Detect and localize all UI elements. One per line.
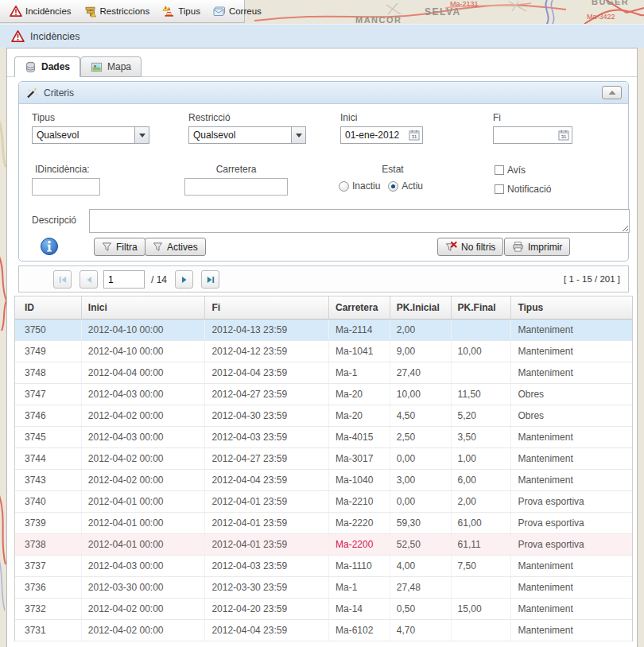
column-header-id[interactable]: ID <box>15 296 82 319</box>
estat-inactiu-label: Inactiu <box>352 180 380 192</box>
table-cell <box>452 320 512 340</box>
notificacio-label: Notificació <box>507 184 551 195</box>
table-cell: 2012-04-04 23:59 <box>205 362 329 383</box>
column-header-fi[interactable]: Fi <box>205 296 329 319</box>
traffic-cone-icon <box>162 5 175 17</box>
toolbar-item-restriccions[interactable]: Restriccions <box>80 2 155 20</box>
dropdown-arrow-icon[interactable] <box>291 127 305 143</box>
toolbar-item-correus[interactable]: Correus <box>208 2 266 20</box>
table-row[interactable]: 37482012-04-04 00:002012-04-04 23:59Ma-1… <box>15 362 632 384</box>
estat-radio-group: Inactiu Actiu <box>339 180 431 192</box>
table-cell: 3743 <box>15 470 82 490</box>
calendar-icon[interactable]: 31 <box>558 130 572 141</box>
carretera-input[interactable] <box>184 178 288 196</box>
criteria-title: Criteris <box>44 87 74 99</box>
idincidencia-input[interactable] <box>32 178 100 196</box>
tab-dades[interactable]: Dades <box>14 56 80 77</box>
actives-button-label: Actives <box>167 242 198 253</box>
table-cell: 2012-04-04 23:59 <box>205 470 329 490</box>
inici-date-value: 01-ene-2012 <box>341 130 409 141</box>
info-button[interactable] <box>40 237 59 256</box>
filtra-button[interactable]: Filtra <box>94 238 145 256</box>
table-row[interactable]: 37502012-04-10 00:002012-04-13 23:59Ma-2… <box>15 320 632 341</box>
table-cell: 59,30 <box>390 513 452 533</box>
table-cell: 3750 <box>15 320 82 340</box>
table-cell: 3738 <box>15 534 82 555</box>
tab-label: Dades <box>41 61 70 72</box>
notificacio-checkbox[interactable] <box>495 184 504 194</box>
table-row[interactable]: 37312012-04-02 00:002012-04-04 23:59Ma-6… <box>15 620 632 641</box>
svg-text:31: 31 <box>561 134 567 139</box>
table-row[interactable]: 37462012-04-02 00:002012-04-30 23:59Ma-2… <box>15 405 632 427</box>
last-page-button[interactable] <box>201 270 219 289</box>
table-cell: 61,00 <box>452 513 512 533</box>
calendar-icon[interactable]: 31 <box>409 130 422 141</box>
prev-page-button[interactable] <box>80 270 98 289</box>
page-input[interactable] <box>103 270 145 289</box>
notificacio-checkbox-row: Notificació <box>495 184 559 195</box>
table-cell: Ma-4015 <box>329 427 390 447</box>
table-cell: 2012-03-30 00:00 <box>82 577 206 598</box>
table-row[interactable]: 37372012-04-03 00:002012-04-03 23:59Ma-1… <box>15 556 632 577</box>
dropdown-arrow-icon[interactable] <box>134 127 149 143</box>
table-cell: Manteniment <box>511 599 632 619</box>
next-page-button[interactable] <box>175 270 193 289</box>
column-header-pk-final[interactable]: PK.Final <box>452 296 512 319</box>
table-row[interactable]: 37432012-04-02 00:002012-04-04 23:59Ma-1… <box>15 470 632 491</box>
table-row[interactable]: 37452012-04-03 00:002012-04-03 23:59Ma-4… <box>15 427 632 448</box>
restriccio-label: Restricció <box>188 112 231 123</box>
table-row[interactable]: 37472012-04-03 00:002012-04-27 23:59Ma-2… <box>15 384 632 405</box>
toolbar-item-tipus[interactable]: Tipus <box>157 2 205 20</box>
first-page-button[interactable] <box>53 270 72 289</box>
table-cell: Ma-1 <box>329 362 390 383</box>
table-row[interactable]: 37382012-04-01 00:002012-04-01 23:59Ma-2… <box>15 534 632 556</box>
no-filtris-button[interactable]: No filtris <box>437 238 503 256</box>
table-cell: 2012-04-10 00:00 <box>82 341 206 362</box>
column-header-inici[interactable]: Inici <box>82 296 206 319</box>
table-cell: Ma-2200 <box>329 534 390 555</box>
table-row[interactable]: 37402012-04-01 00:002012-04-01 23:59Ma-2… <box>15 491 632 513</box>
table-row[interactable]: 37362012-03-30 00:002012-03-30 23:59Ma-1… <box>15 577 632 599</box>
filter-icon <box>153 242 163 252</box>
table-cell: Manteniment <box>511 427 632 447</box>
actives-button[interactable]: Actives <box>145 238 206 256</box>
table-cell: 2012-04-02 00:00 <box>82 599 206 619</box>
table-cell: Ma-6102 <box>329 620 390 641</box>
toolbar-item-incidencies[interactable]: Incidències <box>5 2 76 20</box>
column-header-pk-inicial[interactable]: PK.Inicial <box>390 296 452 319</box>
tab-mapa[interactable]: Mapa <box>80 56 142 77</box>
inici-label: Inici <box>340 112 357 123</box>
printer-icon <box>512 241 524 253</box>
table-row[interactable]: 37392012-04-01 00:002012-04-01 23:59Ma-2… <box>15 513 632 534</box>
restriccio-select[interactable]: Qualsevol <box>188 126 306 144</box>
descripcio-textarea[interactable] <box>89 209 630 233</box>
table-row[interactable]: 37442012-04-02 00:002012-04-27 23:59Ma-3… <box>15 448 632 470</box>
database-icon <box>25 61 37 73</box>
table-cell: Ma-3017 <box>329 448 390 469</box>
table-cell: 3746 <box>15 405 82 426</box>
table-row[interactable]: 37492012-04-10 00:002012-04-12 23:59Ma-1… <box>15 341 632 362</box>
estat-actiu-radio[interactable] <box>388 181 398 192</box>
first-page-icon <box>59 276 67 284</box>
table-row[interactable]: 37322012-04-02 00:002012-04-20 23:59Ma-1… <box>15 599 632 620</box>
map-place-label: BUGER <box>592 0 629 6</box>
column-header-tipus[interactable]: Tipus <box>511 296 632 319</box>
column-header-carretera[interactable]: Carretera <box>329 296 390 319</box>
avis-checkbox[interactable] <box>495 165 504 175</box>
tipus-select[interactable]: Qualsevol <box>32 126 149 144</box>
inici-date-field[interactable]: 01-ene-2012 31 <box>340 126 423 144</box>
imprimir-button[interactable]: Imprimir <box>504 238 570 256</box>
table-cell: 2012-04-20 23:59 <box>205 599 329 619</box>
table-cell: Obres <box>511 405 632 426</box>
estat-inactiu-radio[interactable] <box>339 181 349 192</box>
map-road-label: Ma-2131 <box>450 0 479 8</box>
table-cell: 2012-03-30 23:59 <box>205 577 329 598</box>
collapse-button[interactable] <box>602 86 622 99</box>
fi-date-field[interactable]: 31 <box>493 126 572 144</box>
table-cell: 1,00 <box>452 448 512 469</box>
table-cell: Prova esportiva <box>511 491 632 512</box>
criteria-panel: Criteris Tipus Qualsevol Restricció Qual… <box>18 81 629 262</box>
table-cell: Manteniment <box>511 341 632 362</box>
table-cell: 61,11 <box>452 534 512 555</box>
table-cell: 2,00 <box>390 320 452 340</box>
